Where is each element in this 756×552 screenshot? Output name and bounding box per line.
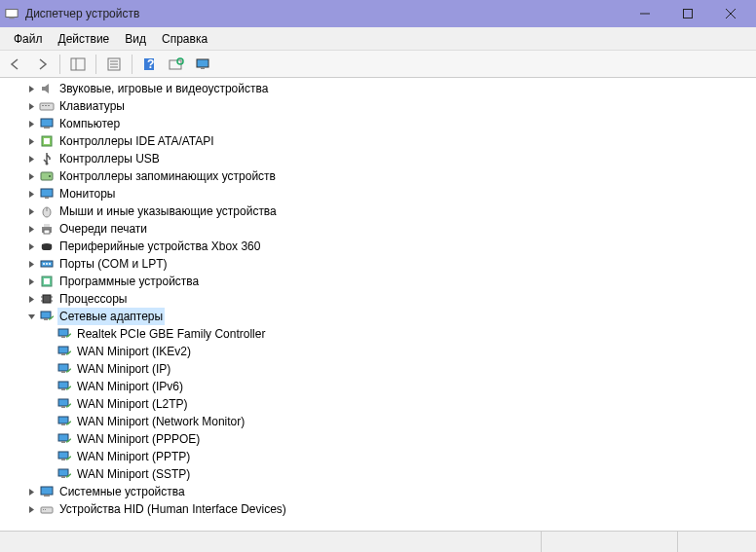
chevron-right-icon[interactable] <box>25 205 37 217</box>
app-icon <box>4 6 19 21</box>
svg-rect-54 <box>61 371 65 373</box>
close-button[interactable] <box>709 0 752 27</box>
svg-rect-61 <box>58 434 68 441</box>
tree-node[interactable]: WAN Miniport (PPTP) <box>0 448 756 465</box>
tree-node[interactable]: Порты (COM и LPT) <box>0 255 756 273</box>
chevron-right-icon[interactable] <box>25 293 37 305</box>
tree-node[interactable]: WAN Miniport (IPv6) <box>0 378 756 395</box>
menu-file[interactable]: Файл <box>6 29 51 49</box>
computer-icon <box>39 116 55 131</box>
tree-node-label[interactable]: Контроллеры запоминающих устройств <box>57 167 278 185</box>
tree-node-label[interactable]: WAN Miniport (IP) <box>75 360 172 378</box>
maximize-button[interactable] <box>666 0 709 27</box>
tree-node-label[interactable]: WAN Miniport (IKEv2) <box>75 343 193 360</box>
menu-help[interactable]: Справка <box>154 29 215 49</box>
tree-node-label[interactable]: Сетевые адаптеры <box>57 308 165 325</box>
tree-node[interactable]: WAN Miniport (IP) <box>0 360 756 378</box>
tree-node[interactable]: Программные устройства <box>0 273 756 290</box>
chevron-right-icon[interactable] <box>25 486 37 497</box>
tree-node[interactable]: Процессоры <box>0 290 756 308</box>
tree-node-label[interactable]: Периферийные устройства Xbox 360 <box>57 238 262 255</box>
expander-none <box>43 416 55 427</box>
tree-node[interactable]: Мониторы <box>0 185 756 202</box>
menu-action[interactable]: Действие <box>51 29 118 49</box>
network-icon <box>57 396 72 412</box>
tree-node-label[interactable]: Устройства HID (Human Interface Devices) <box>57 500 288 518</box>
tree-node[interactable]: Звуковые, игровые и видеоустройства <box>0 80 756 97</box>
svg-rect-51 <box>58 347 68 353</box>
minimize-button[interactable] <box>624 0 666 27</box>
chevron-right-icon[interactable] <box>25 188 37 200</box>
tree-node[interactable]: WAN Miniport (SSTP) <box>0 465 756 483</box>
tree-node[interactable]: Компьютер <box>0 115 756 132</box>
chevron-right-icon[interactable] <box>25 83 37 94</box>
toolbar: ? <box>0 51 756 78</box>
tree-node-label[interactable]: Realtek PCIe GBE Family Controller <box>75 325 267 343</box>
tree-node[interactable]: Устройства HID (Human Interface Devices) <box>0 500 756 518</box>
device-tree[interactable]: Звуковые, игровые и видеоустройстваКлави… <box>0 78 756 531</box>
tree-node-label[interactable]: WAN Miniport (IPv6) <box>75 378 185 395</box>
tree-node-label[interactable]: Контроллеры USB <box>57 150 162 167</box>
svg-rect-20 <box>45 105 47 106</box>
tree-node-label[interactable]: Мыши и иные указывающие устройства <box>57 202 279 220</box>
tree-node-label[interactable]: WAN Miniport (PPTP) <box>75 448 192 465</box>
network-icon <box>57 379 72 394</box>
tree-node-label[interactable]: Процессоры <box>57 290 130 308</box>
show-hide-tree-button[interactable] <box>66 54 90 75</box>
chevron-right-icon[interactable] <box>25 223 37 235</box>
chevron-right-icon[interactable] <box>25 100 37 112</box>
chevron-right-icon[interactable] <box>25 153 37 165</box>
tree-node[interactable]: Очереди печати <box>0 220 756 238</box>
tree-node-label[interactable]: Программные устройства <box>57 273 201 290</box>
tree-node-label[interactable]: Компьютер <box>57 115 122 132</box>
chevron-down-icon[interactable] <box>25 311 37 322</box>
tree-node-label[interactable]: WAN Miniport (L2TP) <box>75 395 190 413</box>
tree-node[interactable]: WAN Miniport (Network Monitor) <box>0 413 756 430</box>
chevron-right-icon[interactable] <box>25 503 37 515</box>
tree-node[interactable]: Контроллеры USB <box>0 150 756 167</box>
tree-node[interactable]: Сетевые адаптеры <box>0 308 756 325</box>
svg-text:?: ? <box>147 57 154 71</box>
tree-node-label[interactable]: Клавиатуры <box>57 97 127 115</box>
tree-node[interactable]: Мыши и иные указывающие устройства <box>0 202 756 220</box>
tree-node-label[interactable]: WAN Miniport (PPPOE) <box>75 430 202 448</box>
back-button[interactable] <box>4 54 27 75</box>
tree-node-label[interactable]: WAN Miniport (SSTP) <box>75 465 192 483</box>
tree-node-label[interactable]: Контроллеры IDE ATA/ATAPI <box>57 132 216 150</box>
mouse-icon <box>39 203 55 219</box>
monitor-button[interactable] <box>191 54 214 75</box>
tree-node[interactable]: WAN Miniport (IKEv2) <box>0 343 756 360</box>
tree-node-label[interactable]: WAN Miniport (Network Monitor) <box>75 413 246 430</box>
tree-node[interactable]: Контроллеры IDE ATA/ATAPI <box>0 132 756 150</box>
network-icon <box>57 449 72 464</box>
expander-none <box>43 346 55 357</box>
chevron-right-icon[interactable] <box>25 170 37 182</box>
tree-node-label[interactable]: Мониторы <box>57 185 117 202</box>
menu-view[interactable]: Вид <box>117 29 154 49</box>
tree-node[interactable]: WAN Miniport (PPPOE) <box>0 430 756 448</box>
chevron-right-icon[interactable] <box>25 240 37 252</box>
chevron-right-icon[interactable] <box>25 276 37 287</box>
tree-node-label[interactable]: Порты (COM и LPT) <box>57 255 170 273</box>
tree-node-label[interactable]: Звуковые, игровые и видеоустройства <box>57 80 270 97</box>
help-button[interactable]: ? <box>138 54 162 75</box>
tree-node-label[interactable]: Системные устройства <box>57 483 187 500</box>
tree-node[interactable]: Realtek PCIe GBE Family Controller <box>0 325 756 343</box>
scan-hardware-button[interactable] <box>165 54 188 75</box>
svg-rect-67 <box>41 487 53 495</box>
forward-button[interactable] <box>30 54 54 75</box>
tree-node[interactable]: Системные устройства <box>0 483 756 500</box>
chevron-right-icon[interactable] <box>25 258 37 270</box>
printer-icon <box>39 221 55 237</box>
tree-node-label[interactable]: Очереди печати <box>57 220 149 238</box>
tree-node[interactable]: Контроллеры запоминающих устройств <box>0 167 756 185</box>
tree-node[interactable]: Периферийные устройства Xbox 360 <box>0 238 756 255</box>
chevron-right-icon[interactable] <box>25 135 37 147</box>
chevron-right-icon[interactable] <box>25 118 37 129</box>
status-pane-right <box>678 532 756 552</box>
svg-rect-22 <box>41 119 53 127</box>
tree-node[interactable]: Клавиатуры <box>0 97 756 115</box>
tree-node[interactable]: WAN Miniport (L2TP) <box>0 395 756 413</box>
titlebar[interactable]: Диспетчер устройств <box>0 0 756 27</box>
properties-button[interactable] <box>102 54 126 75</box>
